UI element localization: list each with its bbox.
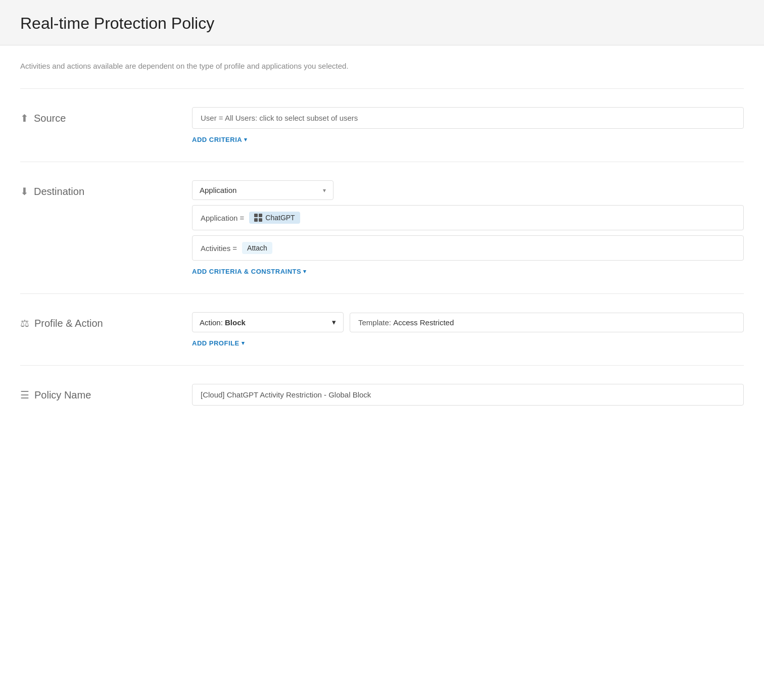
action-row: Action: Block ▾ Template: Access Restric…: [192, 312, 744, 332]
upload-icon: ⬆: [20, 112, 29, 124]
destination-label: ⬇ Destination: [20, 180, 192, 197]
section-divider: [20, 88, 744, 89]
section-divider-3: [20, 293, 744, 294]
source-content: User = All Users: click to select subset…: [192, 107, 744, 143]
add-criteria-source-button[interactable]: ADD CRITERIA ▾: [192, 136, 744, 143]
destination-content: Application ▾ Application = ChatGPT Acti…: [192, 180, 744, 275]
section-divider-2: [20, 162, 744, 162]
add-profile-chevron: ▾: [242, 340, 245, 346]
action-select[interactable]: Action: Block ▾: [192, 312, 344, 332]
destination-section: ⬇ Destination Application ▾ Application …: [20, 180, 744, 275]
destination-select-chevron: ▾: [323, 187, 326, 194]
attach-tag[interactable]: Attach: [242, 242, 272, 254]
source-label: ⬆ Source: [20, 107, 192, 124]
grid-icon: [254, 214, 262, 222]
download-icon: ⬇: [20, 185, 29, 197]
add-criteria-constraints-button[interactable]: ADD CRITERIA & CONSTRAINTS ▾: [192, 268, 744, 275]
policy-name-section: ☰ Policy Name: [20, 384, 744, 406]
policy-name-label: ☰ Policy Name: [20, 384, 192, 401]
doc-icon: ☰: [20, 389, 29, 401]
page-title: Real-time Protection Policy: [20, 14, 744, 33]
policy-name-input[interactable]: [192, 384, 744, 406]
profile-action-content: Action: Block ▾ Template: Access Restric…: [192, 312, 744, 347]
scales-icon: ⚖: [20, 317, 29, 329]
source-section: ⬆ Source User = All Users: click to sele…: [20, 107, 744, 143]
action-select-chevron: ▾: [332, 318, 336, 327]
add-criteria-source-chevron: ▾: [244, 136, 248, 143]
template-field: Template: Access Restricted: [350, 313, 744, 332]
add-criteria-constraints-chevron: ▾: [303, 268, 307, 275]
add-profile-button[interactable]: ADD PROFILE ▾: [192, 339, 744, 347]
policy-name-content: [192, 384, 744, 406]
destination-type-select[interactable]: Application ▾: [192, 180, 333, 200]
source-input[interactable]: User = All Users: click to select subset…: [192, 107, 744, 129]
application-criteria-row: Application = ChatGPT: [192, 205, 744, 230]
activities-criteria-row: Activities = Attach: [192, 235, 744, 261]
chatgpt-tag[interactable]: ChatGPT: [249, 212, 300, 224]
profile-action-section: ⚖ Profile & Action Action: Block ▾ Templ…: [20, 312, 744, 347]
section-divider-4: [20, 365, 744, 366]
description-text: Activities and actions available are dep…: [20, 62, 744, 70]
profile-action-label: ⚖ Profile & Action: [20, 312, 192, 329]
